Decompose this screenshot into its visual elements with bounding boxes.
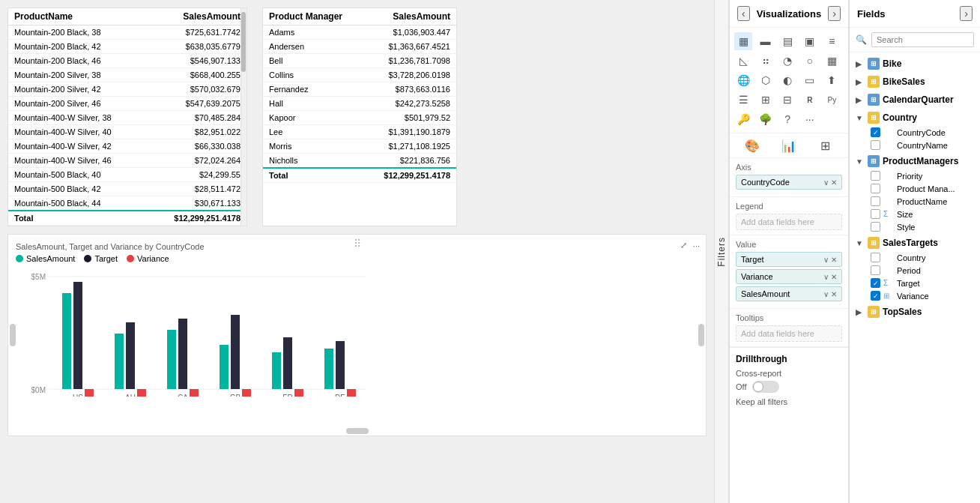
field-checkbox[interactable]: ✓	[871, 127, 880, 137]
cell-sales: $873,663.0116	[363, 82, 456, 97]
viz-analytics-btn[interactable]: 📊	[780, 136, 798, 154]
cell-manager: Adams	[263, 25, 363, 40]
chart-type-table[interactable]: ⊞	[757, 91, 775, 109]
viz-format-btn[interactable]: 🎨	[743, 136, 761, 154]
chart-type-pie[interactable]: ◔	[778, 52, 796, 70]
value-field-target[interactable]: Target ∨ ✕	[736, 252, 842, 267]
chart-type-scatter[interactable]: ⠶	[757, 52, 775, 70]
viz-tooltips-add[interactable]: Add data fields here	[736, 325, 842, 342]
chart-type-bar[interactable]: ▬	[757, 32, 775, 50]
chart-type-stacked[interactable]: ▤	[778, 32, 796, 50]
chart-type-qa[interactable]: ?	[778, 110, 796, 128]
value-field-variance[interactable]: Variance ∨ ✕	[736, 269, 842, 284]
field-group-header-bike[interactable]: ▶ ⊞ Bike	[850, 55, 980, 72]
chart-type-gauge[interactable]: ◐	[778, 71, 796, 89]
field-item[interactable]: Country	[856, 251, 980, 264]
field-checkbox[interactable]	[871, 184, 880, 193]
value-salesamount-expand-btn[interactable]: ∨	[823, 290, 829, 298]
chart-resize-bottom[interactable]	[346, 428, 369, 434]
field-checkbox[interactable]	[871, 209, 880, 219]
cell-sales: $546,907.133	[147, 54, 246, 68]
fields-search-input[interactable]	[871, 32, 974, 47]
field-item[interactable]: Style	[856, 220, 980, 233]
field-group-header-salestargets[interactable]: ▼ ⊞ SalesTargets	[850, 235, 980, 251]
cell-sales: $66,330.038	[147, 139, 246, 154]
viz-fields-btn[interactable]: ⊞	[817, 136, 835, 154]
chart-expand-button[interactable]: ⤢	[679, 239, 689, 252]
chart-resize-left[interactable]	[10, 324, 16, 346]
legend-label-target: Target	[94, 254, 118, 263]
left-table[interactable]: ProductName SalesAmount Mountain-200 Bla…	[7, 7, 247, 226]
chart-type-decomp-tree[interactable]: 🌳	[757, 110, 775, 128]
field-item[interactable]: ✓ Σ Target	[856, 277, 980, 289]
field-group-header-productmanagers[interactable]: ▼ ⊞ ProductManagers	[850, 153, 980, 169]
field-item[interactable]: Σ Size	[856, 208, 980, 220]
field-item[interactable]: Priority	[856, 169, 980, 182]
value-variance-expand-btn[interactable]: ∨	[823, 273, 829, 281]
value-target-expand-btn[interactable]: ∨	[823, 256, 829, 264]
field-checkbox[interactable]	[871, 253, 880, 262]
chart-type-bar-clustered[interactable]: ▦	[734, 32, 752, 50]
value-target-remove-btn[interactable]: ✕	[831, 256, 837, 264]
drillthrough-toggle[interactable]	[752, 381, 779, 393]
field-group-header-country[interactable]: ▼ ⊞ Country	[850, 109, 980, 126]
drillthrough-label: Drillthrough	[736, 354, 842, 364]
scrollbar-thumb[interactable]	[241, 12, 246, 72]
chart-type-donut[interactable]: ○	[801, 52, 819, 70]
chart-type-line[interactable]: ≡	[823, 32, 841, 50]
field-checkbox[interactable]	[871, 265, 880, 275]
fields-nav-button[interactable]: ›	[960, 6, 973, 21]
field-checkbox[interactable]	[871, 171, 880, 181]
axis-field-countrycode[interactable]: CountryCode ∨ ✕	[736, 175, 842, 190]
field-checkbox[interactable]	[871, 222, 880, 232]
field-checkbox[interactable]: ✓	[871, 291, 880, 301]
viz-legend-add[interactable]: Add data fields here	[736, 214, 842, 230]
chart-type-card[interactable]: ▭	[801, 71, 819, 89]
field-checkbox[interactable]: ✓	[871, 278, 880, 288]
field-group-header-calendarquarter[interactable]: ▶ ⊞ CalendarQuarter	[850, 91, 980, 108]
field-checkbox[interactable]	[871, 196, 880, 206]
right-table[interactable]: Product Manager SalesAmount Adams$1,036,…	[262, 7, 457, 226]
value-salesamount-remove-btn[interactable]: ✕	[831, 290, 837, 298]
field-item[interactable]: ✓ ⊞ Variance	[856, 289, 980, 302]
chart-more-button[interactable]: ···	[692, 239, 701, 252]
viz-nav-back-button[interactable]: ‹	[737, 6, 750, 21]
chart-type-slicer[interactable]: ☰	[734, 91, 752, 109]
chart-type-filled-map[interactable]: ⬡	[757, 71, 775, 89]
field-checkbox[interactable]	[871, 140, 880, 150]
field-item[interactable]: CountryName	[856, 139, 980, 151]
chart-type-100pct[interactable]: ▣	[801, 32, 819, 50]
chart-type-more[interactable]: ···	[801, 110, 819, 128]
chart-resize-right[interactable]	[698, 324, 704, 346]
chart-type-kpi[interactable]: ⬆	[823, 71, 841, 89]
chart-type-area[interactable]: ◺	[734, 52, 752, 70]
chart-type-python[interactable]: Py	[823, 91, 841, 109]
chart-drag-handle[interactable]: ⠿	[354, 238, 361, 250]
value-variance-remove-btn[interactable]: ✕	[831, 273, 837, 281]
field-item[interactable]: ProductName	[856, 195, 980, 208]
cell-product: Mountain-500 Black, 44	[8, 196, 147, 211]
filters-panel[interactable]: Filters	[714, 0, 729, 503]
field-group-name: TopSales	[883, 307, 922, 317]
cell-product: Mountain-400-W Silver, 38	[8, 111, 147, 125]
chart-type-treemap[interactable]: ▦	[823, 52, 841, 70]
group-icon: ⊞	[868, 94, 880, 106]
chart-type-r[interactable]: R	[801, 91, 819, 109]
chart-type-map[interactable]: 🌐	[734, 71, 752, 89]
field-item[interactable]: Period	[856, 264, 980, 277]
viz-nav-forward-button[interactable]: ›	[828, 6, 841, 21]
axis-expand-btn[interactable]: ∨	[823, 178, 829, 187]
value-field-salesamount[interactable]: SalesAmount ∨ ✕	[736, 286, 842, 301]
axis-remove-btn[interactable]: ✕	[831, 178, 837, 187]
table-row: Andersen$1,363,667.4521	[263, 40, 456, 54]
chart-type-key-influencers[interactable]: 🔑	[734, 110, 752, 128]
chevron-icon: ▼	[856, 157, 865, 166]
chart-type-matrix[interactable]: ⊟	[778, 91, 796, 109]
field-group-header-bikesales[interactable]: ▶ ⊞ BikeSales	[850, 73, 980, 90]
table-row: Lee$1,391,190.1879	[263, 125, 456, 139]
field-group-header-topsales[interactable]: ▶ ⊞ TopSales	[850, 304, 980, 320]
field-item[interactable]: ✓ CountryCode	[856, 126, 980, 139]
field-item[interactable]: Product Mana...	[856, 182, 980, 195]
scrollbar-track[interactable]	[241, 8, 246, 226]
cell-sales: $3,728,206.0198	[363, 68, 456, 82]
